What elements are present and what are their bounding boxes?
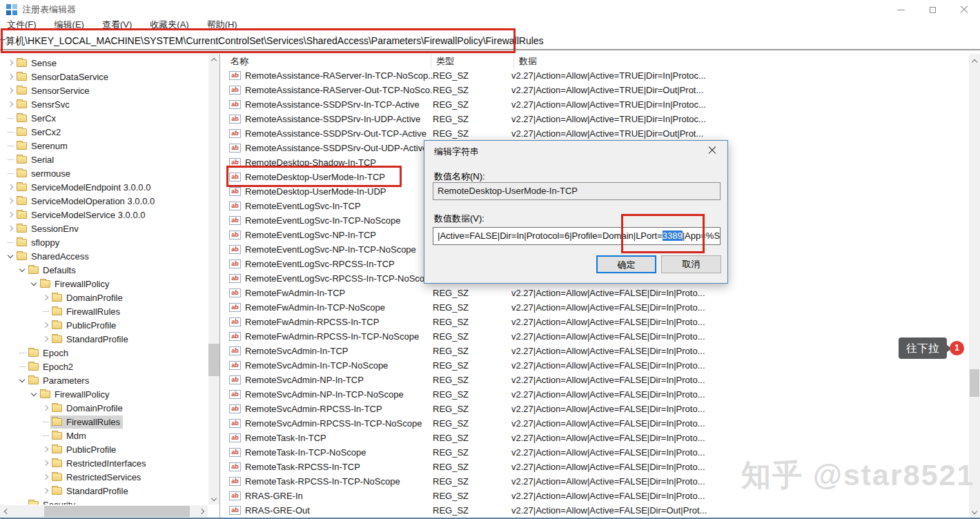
column-separator[interactable] <box>431 54 431 68</box>
expand-icon[interactable] <box>41 486 50 496</box>
tree-item[interactable]: FirewallPolicy <box>0 387 207 401</box>
tree-item[interactable]: RestrictedInterfaces <box>0 456 207 470</box>
minimize-button[interactable] <box>885 0 917 19</box>
tree-item[interactable]: SensorService <box>0 84 207 97</box>
expand-icon[interactable] <box>41 431 50 440</box>
expand-icon[interactable] <box>6 58 15 68</box>
tree-item[interactable]: FirewallRules <box>0 415 207 429</box>
expand-icon[interactable] <box>17 348 27 358</box>
menu-item[interactable]: 文件(F) <box>7 19 37 30</box>
cancel-button[interactable]: 取消 <box>661 255 721 273</box>
tree-item[interactable]: SensrSvc <box>0 97 207 111</box>
menu-item[interactable]: 帮助(H) <box>207 19 237 30</box>
tree-item[interactable]: Security <box>0 498 207 505</box>
registry-value-row[interactable]: ab RemoteAssistance-RAServer-In-TCP-NoSc… <box>225 68 969 83</box>
scrollbar-thumb[interactable] <box>44 506 190 517</box>
expand-icon[interactable] <box>41 403 50 413</box>
expand-icon[interactable] <box>6 196 15 206</box>
expand-icon[interactable] <box>41 417 50 427</box>
expand-icon[interactable] <box>6 237 15 247</box>
expand-icon[interactable] <box>6 113 15 123</box>
registry-value-row[interactable]: ab RemoteAssistance-SSDPSrv-In-TCP-Activ… <box>225 97 969 112</box>
registry-value-row[interactable]: ab RemoteFwAdmin-In-TCP-NoScope REG_SZ v… <box>225 300 969 315</box>
expand-icon[interactable] <box>6 224 15 233</box>
expand-icon[interactable] <box>41 472 50 482</box>
expand-icon[interactable] <box>6 210 15 219</box>
menu-item[interactable]: 收藏夹(A) <box>150 19 188 30</box>
registry-value-row[interactable]: ab RemoteAssistance-SSDPSrv-In-UDP-Activ… <box>225 112 969 126</box>
tree-item[interactable]: Sense <box>0 56 207 70</box>
tree-item[interactable]: ServiceModelService 3.0.0.0 <box>0 208 207 222</box>
registry-value-row[interactable]: ab RemoteSvcAdmin-RPCSS-In-TCP REG_SZ v2… <box>225 402 969 416</box>
expand-icon[interactable] <box>6 168 15 178</box>
close-button[interactable] <box>948 0 980 19</box>
tree-item[interactable]: RestrictedServices <box>0 470 207 484</box>
registry-value-row[interactable]: ab RemoteFwAdmin-RPCSS-In-TCP REG_SZ v2.… <box>225 315 969 329</box>
menu-item[interactable]: 查看(V) <box>102 19 132 30</box>
column-header-type[interactable]: 类型 <box>436 55 454 68</box>
tree-item[interactable]: StandardProfile <box>0 484 207 498</box>
registry-value-row[interactable]: ab RemoteAssistance-RAServer-Out-TCP-NoS… <box>225 83 969 97</box>
scroll-down-button[interactable] <box>208 493 219 505</box>
expand-icon[interactable] <box>41 444 50 454</box>
scroll-left-button[interactable] <box>0 506 11 517</box>
registry-value-row[interactable]: ab RemoteSvcAdmin-In-TCP-NoScope REG_SZ … <box>225 358 969 373</box>
tree-item[interactable]: Defaults <box>0 263 207 277</box>
expand-icon[interactable] <box>41 458 50 468</box>
value-name-field[interactable]: RemoteDesktop-UserMode-In-TCP <box>433 182 721 200</box>
tree-vertical-scrollbar[interactable] <box>208 54 219 505</box>
expand-icon[interactable] <box>6 182 15 192</box>
tree-item[interactable]: SessionEnv <box>0 222 207 235</box>
expand-icon[interactable] <box>41 334 50 344</box>
tree-item[interactable]: SensorDataService <box>0 70 207 84</box>
scrollbar-thumb[interactable] <box>970 369 979 397</box>
expand-icon[interactable] <box>6 155 15 164</box>
expand-icon[interactable] <box>29 279 39 288</box>
tree-item[interactable]: Serial <box>0 153 207 166</box>
tree-item[interactable]: Epoch2 <box>0 360 207 373</box>
tree-item[interactable]: Mdm <box>0 429 207 442</box>
tree-item[interactable]: sermouse <box>0 166 207 180</box>
dialog-close-button[interactable] <box>698 141 726 160</box>
registry-value-row[interactable]: ab RemoteSvcAdmin-RPCSS-In-TCP-NoScope R… <box>225 416 969 431</box>
expand-icon[interactable] <box>6 72 15 81</box>
value-data-input[interactable]: |Active=FALSE|Dir=In|Protocol=6|Profile=… <box>433 227 721 245</box>
tree-horizontal-scrollbar[interactable] <box>0 505 208 518</box>
registry-value-row[interactable]: ab RemoteFwAdmin-RPCSS-In-TCP-NoScope RE… <box>225 329 969 344</box>
expand-icon[interactable] <box>17 265 27 275</box>
expand-icon[interactable] <box>6 86 15 95</box>
tree-item[interactable]: DomainProfile <box>0 401 207 415</box>
tree-item[interactable]: Parameters <box>0 373 207 387</box>
expand-icon[interactable] <box>17 375 27 385</box>
registry-value-row[interactable]: ab RemoteTask-In-TCP REG_SZ v2.27|Action… <box>225 431 969 445</box>
column-separator[interactable] <box>513 54 514 68</box>
tree-item[interactable]: ServiceModelEndpoint 3.0.0.0 <box>0 180 207 194</box>
scrollbar-thumb[interactable] <box>208 344 219 376</box>
registry-value-row[interactable]: ab RemoteAssistance-SSDPSrv-Out-TCP-Acti… <box>225 126 969 141</box>
maximize-button[interactable] <box>917 0 948 19</box>
tree-item[interactable]: FirewallPolicy <box>0 277 207 291</box>
tree-item[interactable]: SerCx <box>0 111 207 125</box>
expand-icon[interactable] <box>17 500 27 505</box>
expand-icon[interactable] <box>41 320 50 330</box>
expand-icon[interactable] <box>41 293 50 302</box>
expand-icon[interactable] <box>6 99 15 109</box>
tree-item[interactable]: sfloppy <box>0 235 207 249</box>
tree-item[interactable]: Epoch <box>0 346 207 360</box>
column-header-data[interactable]: 数据 <box>519 55 537 68</box>
tree-item[interactable]: SerCx2 <box>0 125 207 139</box>
scroll-up-button[interactable] <box>208 54 219 65</box>
expand-icon[interactable] <box>29 389 39 399</box>
ok-button[interactable]: 确定 <box>596 255 656 273</box>
tree-item[interactable]: Serenum <box>0 139 207 153</box>
registry-value-row[interactable]: ab RemoteSvcAdmin-NP-In-TCP REG_SZ v2.27… <box>225 373 969 387</box>
scroll-down-button[interactable] <box>969 507 980 518</box>
registry-value-row[interactable]: ab RemoteSvcAdmin-NP-In-TCP-NoScope REG_… <box>225 387 969 402</box>
tree-item[interactable]: DomainProfile <box>0 291 207 304</box>
tree-item[interactable]: PublicProfile <box>0 318 207 332</box>
tree-item[interactable]: SharedAccess <box>0 249 207 263</box>
tree-item[interactable]: StandardProfile <box>0 332 207 346</box>
tree-item[interactable]: FirewallRules <box>0 304 207 318</box>
registry-value-row[interactable]: ab RemoteSvcAdmin-In-TCP REG_SZ v2.27|Ac… <box>225 344 969 358</box>
expand-icon[interactable] <box>17 362 27 371</box>
